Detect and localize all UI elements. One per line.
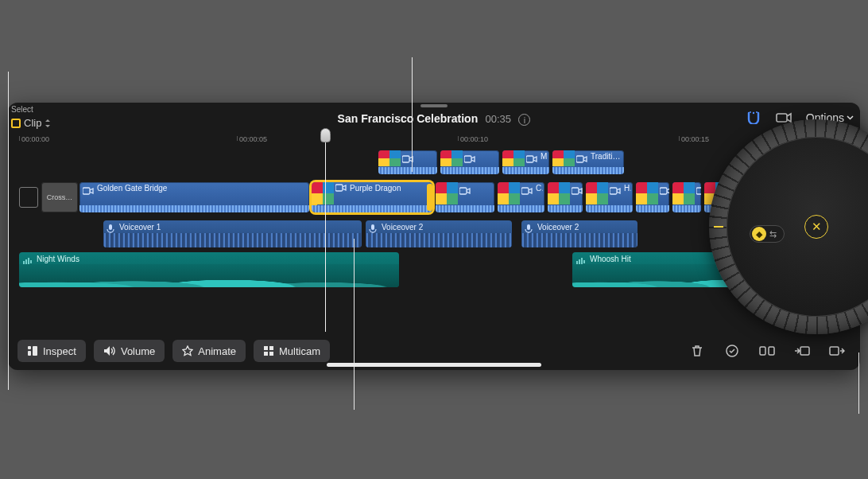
append-button[interactable] — [823, 340, 851, 362]
trash-button[interactable] — [684, 340, 711, 362]
camera-icon — [576, 152, 587, 166]
voiceover-clip[interactable]: Voiceover 2 — [521, 220, 637, 247]
leader-line — [858, 352, 859, 414]
enable-button[interactable] — [719, 340, 746, 362]
music-clip[interactable]: Night Winds — [19, 252, 399, 287]
clip-waveform — [312, 205, 432, 212]
project-title-wrap: San Francisco Celebration 00:35 i — [8, 112, 860, 126]
clip-thumbnail — [498, 182, 520, 204]
chevron-down-icon — [847, 115, 854, 120]
svg-rect-30 — [769, 347, 774, 355]
primary-clip[interactable]: Golden Gate Bridge — [79, 182, 309, 212]
transition-label: Cross… — [47, 193, 73, 201]
clip-waveform — [636, 205, 669, 212]
clip-thumbnail — [436, 182, 458, 204]
clip-thumbnail — [548, 182, 570, 204]
clip-thumbnail — [586, 182, 608, 204]
leader-line — [354, 239, 355, 410]
split-button[interactable] — [754, 340, 781, 362]
camera-icon — [572, 184, 583, 198]
camera-icon — [696, 184, 701, 198]
ruler-tick-label: 00:00:00 — [21, 135, 49, 143]
clip-thumbnail — [636, 182, 658, 204]
clip-thumbnail — [552, 150, 575, 166]
camera-icon — [660, 184, 669, 198]
primary-clip[interactable] — [636, 182, 669, 212]
multicam-label: Multicam — [279, 345, 320, 357]
playhead-knob[interactable] — [320, 128, 331, 142]
svg-rect-15 — [696, 188, 701, 194]
volume-button[interactable]: Volume — [94, 340, 165, 362]
svg-rect-24 — [264, 346, 268, 350]
audio-waveform — [366, 233, 512, 247]
clip-label: Traditi… — [591, 152, 622, 161]
camera-icon — [459, 184, 471, 198]
primary-clip[interactable]: Happy… — [586, 182, 633, 212]
voiceover-clip[interactable]: Voiceover 1 — [103, 220, 362, 247]
clip-waveform — [498, 205, 544, 212]
jog-wheel-close-button[interactable]: ✕ — [804, 215, 828, 239]
voiceover-clip[interactable]: Voiceover 2 — [366, 220, 512, 247]
clip-thumbnail — [378, 150, 401, 166]
clip-waveform — [378, 167, 437, 174]
clip-waveform — [552, 167, 624, 174]
playhead[interactable] — [325, 136, 326, 332]
primary-clip[interactable] — [436, 182, 494, 212]
svg-rect-29 — [760, 347, 765, 355]
inspect-label: Inspect — [43, 345, 76, 357]
svg-rect-10 — [459, 188, 467, 194]
volume-label: Volume — [121, 345, 155, 357]
time-ruler[interactable]: 00:00:0000:00:0500:00:1000:00:15 — [8, 136, 860, 149]
magnetic-icon[interactable] — [746, 111, 761, 124]
camera-icon — [526, 152, 537, 166]
svg-rect-8 — [83, 188, 90, 194]
camera-icon — [610, 184, 621, 198]
inspect-button[interactable]: Inspect — [17, 340, 86, 362]
home-indicator — [327, 363, 541, 367]
camera-icon — [464, 152, 475, 166]
connected-clip[interactable]: Traditi… — [552, 150, 624, 174]
jog-knob-icon: ◆ — [752, 227, 766, 241]
svg-rect-25 — [269, 346, 273, 350]
svg-point-1 — [750, 111, 751, 113]
svg-rect-21 — [28, 346, 31, 349]
svg-rect-13 — [610, 188, 617, 194]
transition-clip[interactable]: Cross… — [41, 182, 78, 212]
svg-rect-3 — [777, 114, 787, 122]
svg-point-0 — [753, 112, 754, 114]
info-icon[interactable]: i — [518, 114, 530, 126]
clip-start-well[interactable] — [19, 187, 38, 208]
clip-label: Happy… — [624, 184, 631, 193]
svg-rect-9 — [335, 185, 343, 191]
clip-thumbnail — [502, 150, 525, 166]
audio-waveform — [103, 233, 362, 247]
jog-mode-pill[interactable]: ◆ ⇆ — [750, 225, 785, 243]
primary-clip[interactable]: C… — [498, 182, 544, 212]
clip-waveform — [586, 205, 633, 212]
leader-line — [8, 72, 9, 390]
multicam-button[interactable]: Multicam — [254, 340, 330, 362]
camera-icon[interactable] — [776, 112, 792, 123]
clip-thumbnail — [312, 182, 334, 204]
primary-clip[interactable]: Purple Dragon — [312, 182, 432, 212]
animate-button[interactable]: Animate — [172, 340, 246, 362]
camera-icon — [521, 184, 533, 198]
clip-thumbnail — [440, 150, 463, 166]
svg-rect-32 — [830, 347, 839, 355]
clip-thumbnail — [672, 182, 695, 204]
svg-rect-19 — [371, 224, 374, 230]
connected-clip[interactable]: M… — [502, 150, 549, 174]
clip-label: Golden Gate Bridge — [97, 184, 308, 193]
ruler-tick-label: 00:00:10 — [460, 135, 488, 143]
connected-clip[interactable] — [440, 150, 499, 174]
svg-rect-20 — [527, 224, 530, 230]
insert-button[interactable] — [789, 340, 816, 362]
clip-waveform — [548, 205, 583, 212]
connected-clip[interactable] — [378, 150, 437, 174]
primary-clip[interactable]: Pa… — [672, 182, 701, 212]
primary-clip[interactable]: C… — [548, 182, 583, 212]
timeline-header: Select Clip San Francisco Celebration 00… — [8, 103, 860, 136]
svg-rect-23 — [33, 346, 37, 356]
clip-label: M… — [541, 152, 548, 161]
svg-rect-22 — [28, 351, 31, 356]
